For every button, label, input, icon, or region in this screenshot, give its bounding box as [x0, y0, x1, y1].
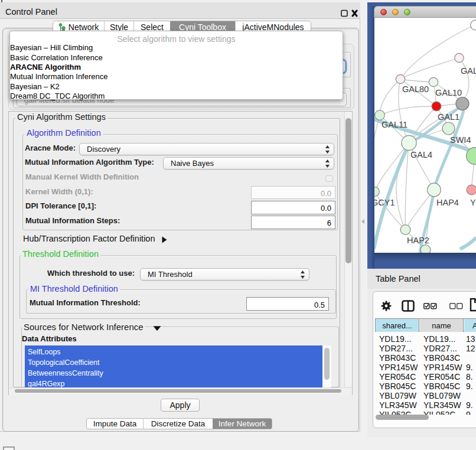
svg-text:GAL7: GAL7: [461, 66, 476, 76]
svg-text:GAL80: GAL80: [402, 84, 429, 94]
svg-text:GAL11: GAL11: [382, 120, 407, 129]
svg-text:HAP4: HAP4: [436, 198, 459, 207]
svg-text:GAL10: GAL10: [435, 88, 462, 97]
svg-text:HAP2: HAP2: [407, 236, 429, 245]
svg-text:YJ: YJ: [470, 198, 476, 207]
svg-text:SWI4: SWI4: [450, 135, 471, 145]
svg-text:GAL1: GAL1: [438, 112, 459, 122]
svg-text:GAL4: GAL4: [410, 150, 432, 159]
svg-text:GCY1: GCY1: [374, 198, 395, 207]
